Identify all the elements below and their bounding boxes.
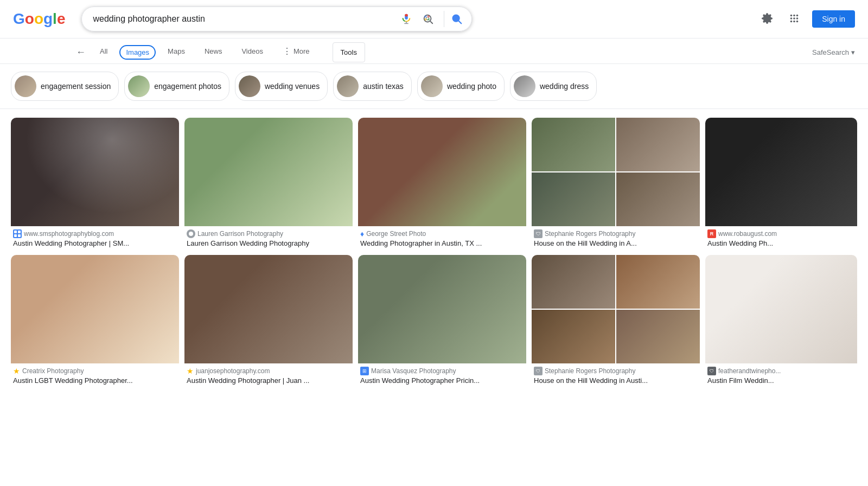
chip-austin-texas-label: austin texas xyxy=(363,82,404,91)
image-card-7[interactable]: ★ juanjosephotography.com Austin Wedding… xyxy=(184,255,353,387)
image-card-8-title: Austin Wedding Photographer Pricin... xyxy=(360,376,524,385)
chip-wedding-venues[interactable]: wedding venues xyxy=(235,72,328,101)
image-card-7-title: Austin Wedding Photographer | Juan ... xyxy=(187,376,350,385)
chip-wedding-dress[interactable]: wedding dress xyxy=(510,72,597,101)
nav-item-images[interactable]: Images xyxy=(119,45,156,60)
nav-item-videos[interactable]: Videos xyxy=(234,42,271,62)
tools-button[interactable]: Tools xyxy=(333,42,365,62)
search-input[interactable] xyxy=(93,14,398,24)
nav-maps-label: Maps xyxy=(168,47,185,55)
chip-wedding-venues-img xyxy=(239,75,260,97)
apps-button[interactable] xyxy=(785,9,803,29)
chip-wedding-dress-img xyxy=(514,75,535,97)
search-icon xyxy=(451,13,463,25)
image-card-9[interactable]: 🛡 Stephanie Rogers Photography House on … xyxy=(532,255,700,387)
mic-button[interactable] xyxy=(398,11,414,27)
logo-g: G xyxy=(13,10,25,28)
signin-button[interactable]: Sign in xyxy=(812,10,855,28)
more-dots-icon: ⋮ xyxy=(283,46,291,56)
image-card-9-collage xyxy=(532,255,700,363)
collage2-cell-4 xyxy=(616,310,700,363)
safesearch-toggle[interactable]: SafeSearch ▾ xyxy=(812,48,855,56)
svg-point-20 xyxy=(796,20,799,22)
image-card-6-info: ★ Creatrix Photography Austin LGBT Weddi… xyxy=(11,363,179,387)
image-card-5[interactable]: R www.robaugust.com Austin Wedding Ph... xyxy=(705,118,857,250)
image-card-5-info: R www.robaugust.com Austin Wedding Ph... xyxy=(705,226,857,250)
mic-icon xyxy=(400,13,412,25)
nav-videos-label: Videos xyxy=(241,47,263,55)
image-card-3[interactable]: ♦ George Street Photo Wedding Photograph… xyxy=(358,118,526,250)
svg-rect-6 xyxy=(425,16,427,18)
nav-news-label: News xyxy=(205,47,222,55)
image-card-5-source-text: www.robaugust.com xyxy=(718,230,777,238)
source-icon-star-yellow: ★ xyxy=(13,367,20,375)
image-row-2: ★ Creatrix Photography Austin LGBT Weddi… xyxy=(11,255,857,387)
image-card-8-source: ⊞ Marisa Vasquez Photography xyxy=(360,367,524,375)
chip-wedding-photo[interactable]: wedding photo xyxy=(417,72,505,101)
collage2-cell-3 xyxy=(532,310,615,363)
image-card-2[interactable]: Lauren Garrison Photography Lauren Garri… xyxy=(184,118,353,250)
image-card-8-source-text: Marisa Vasquez Photography xyxy=(371,367,456,375)
nav-item-maps[interactable]: Maps xyxy=(160,42,193,62)
search-submit-button[interactable] xyxy=(444,11,465,27)
image-card-10-title: Austin Film Weddin... xyxy=(707,376,855,385)
chip-engagement-photos-label: engagement photos xyxy=(154,82,221,91)
google-logo[interactable]: Google xyxy=(13,10,65,28)
nav-item-more[interactable]: ⋮ More xyxy=(275,41,317,63)
svg-point-12 xyxy=(790,14,793,16)
nav-item-all[interactable]: All xyxy=(92,42,115,62)
svg-point-17 xyxy=(796,17,799,20)
chip-engagement-session[interactable]: engagement session xyxy=(11,72,119,101)
svg-rect-8 xyxy=(425,18,427,21)
tools-label: Tools xyxy=(341,48,357,56)
source-icon-shield: 🛡 xyxy=(534,229,542,238)
svg-point-15 xyxy=(790,17,793,20)
image-card-10-source: 🛡 featherandtwinepho... xyxy=(707,367,855,375)
gear-icon xyxy=(761,12,773,24)
image-card-7-info: ★ juanjosephotography.com Austin Wedding… xyxy=(184,363,353,387)
source-icon-grid-2: ⊞ xyxy=(360,367,369,375)
source-icon-shield-2: 🛡 xyxy=(534,367,542,375)
image-card-9-title: House on the Hill Wedding in Austi... xyxy=(534,376,698,385)
image-card-4-source-text: Stephanie Rogers Photography xyxy=(545,230,635,238)
image-card-5-title: Austin Wedding Ph... xyxy=(707,239,855,247)
chip-wedding-photo-label: wedding photo xyxy=(447,82,496,91)
image-card-4-source: 🛡 Stephanie Rogers Photography xyxy=(534,229,698,238)
image-card-6-source-text: Creatrix Photography xyxy=(22,367,84,375)
chips-row: engagement session engagement photos wed… xyxy=(0,64,868,109)
image-card-10[interactable]: 🛡 featherandtwinepho... Austin Film Wedd… xyxy=(705,255,857,387)
image-card-3-source-text: George Street Photo xyxy=(366,230,426,238)
image-card-1[interactable]: www.smsphotographyblog.com Austin Weddin… xyxy=(11,118,179,250)
image-card-8[interactable]: ⊞ Marisa Vasquez Photography Austin Wedd… xyxy=(358,255,526,387)
lens-button[interactable] xyxy=(420,11,436,27)
image-card-8-info: ⊞ Marisa Vasquez Photography Austin Wedd… xyxy=(358,363,526,387)
chip-austin-texas[interactable]: austin texas xyxy=(333,72,412,101)
logo-g2: g xyxy=(43,10,53,28)
chip-engagement-photos[interactable]: engagement photos xyxy=(124,72,229,101)
logo-l: l xyxy=(53,10,57,28)
safesearch-label: SafeSearch xyxy=(812,48,849,56)
source-icon-star-yellow-2: ★ xyxy=(187,367,194,375)
image-card-6[interactable]: ★ Creatrix Photography Austin LGBT Weddi… xyxy=(11,255,179,387)
nav-back-button[interactable]: ← xyxy=(76,47,86,58)
header-right: Sign in xyxy=(758,9,855,29)
collage-cell-4 xyxy=(616,172,700,226)
svg-point-14 xyxy=(796,14,799,16)
nav-more-label: More xyxy=(293,47,310,55)
chip-wedding-dress-label: wedding dress xyxy=(540,82,589,91)
settings-button[interactable] xyxy=(758,9,776,29)
source-icon-shield-3: 🛡 xyxy=(707,367,716,375)
logo-o2: o xyxy=(34,10,43,28)
image-card-9-source-text: Stephanie Rogers Photography xyxy=(545,367,635,375)
image-card-10-info: 🛡 featherandtwinepho... Austin Film Wedd… xyxy=(705,363,857,387)
source-icon-diamond: ♦ xyxy=(360,229,364,238)
image-card-2-source-text: Lauren Garrison Photography xyxy=(197,230,283,238)
nav-item-news[interactable]: News xyxy=(197,42,230,62)
source-icon-circle xyxy=(187,229,195,238)
image-card-4[interactable]: 🛡 Stephanie Rogers Photography House on … xyxy=(532,118,700,250)
image-card-1-source: www.smsphotographyblog.com xyxy=(13,229,177,238)
svg-rect-7 xyxy=(428,16,430,18)
svg-line-11 xyxy=(459,21,462,23)
image-card-7-source-text: juanjosephotography.com xyxy=(196,367,270,375)
svg-rect-9 xyxy=(428,18,430,21)
